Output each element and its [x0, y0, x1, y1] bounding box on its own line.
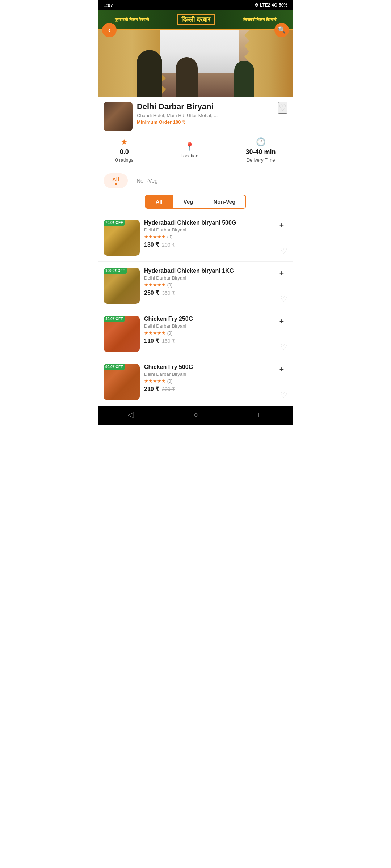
category-filter: All Veg Non-Veg [98, 192, 293, 214]
add-item-button[interactable]: + [276, 316, 287, 327]
sign-text-1: मुरादाबादी चिकन बिरयानी [115, 17, 148, 22]
battery-indicator: 50% [279, 3, 287, 8]
location-stat: 📍 Location [181, 142, 198, 158]
item-image-wrap: 70.0₹ OFF [104, 220, 140, 256]
item-stars: ★★★★★ (0) [144, 234, 272, 239]
item-details: Hyderabadi Chicken biryani 500G Delhi Da… [144, 220, 272, 248]
nav-recents-icon[interactable]: □ [258, 410, 263, 420]
item-details: Chicken Fry 500G Delhi Darbar Biryani ★★… [144, 364, 272, 392]
status-time: 1:07 [104, 3, 113, 8]
price-current: 250 ₹ [144, 289, 159, 296]
stats-row: ★ 0.0 0 ratings 📍 Location 🕐 30-40 min D… [98, 131, 293, 168]
item-actions: + ♡ [276, 220, 287, 256]
filter-tabs: All Non-Veg [98, 168, 293, 192]
person-silhouette-1 [137, 50, 162, 97]
wishlist-button[interactable]: ♡ [280, 342, 287, 352]
back-button[interactable]: ‹ [102, 23, 117, 37]
restaurant-info-section: Delhi Darbar Biryani Chandi Hotel, Main … [98, 97, 293, 131]
item-actions: + ♡ [276, 268, 287, 304]
wishlist-button[interactable]: ♡ [280, 391, 287, 400]
cat-all-button[interactable]: All [145, 195, 173, 209]
price-original: 200 ₹ [162, 242, 175, 248]
stat-divider-2 [222, 143, 222, 157]
nav-home-icon[interactable]: ○ [194, 410, 198, 420]
item-stars: ★★★★★ (0) [144, 282, 272, 288]
settings-icon: ⚙ [255, 3, 258, 8]
menu-item: 70.0₹ OFF Hyderabadi Chicken biryani 500… [98, 214, 293, 262]
discount-badge: 40.0₹ OFF [104, 316, 125, 322]
clock-icon: 🕐 [256, 137, 266, 147]
restaurant-address: Chandi Hotel, Main Rd, Uttar Mohal, ... [137, 113, 287, 118]
item-restaurant: Delhi Darbar Biryani [144, 227, 272, 233]
person-silhouette-2 [176, 57, 198, 97]
item-price: 210 ₹ 300 ₹ [144, 386, 272, 392]
item-price: 130 ₹ 200 ₹ [144, 241, 272, 248]
item-reviews: (0) [167, 234, 173, 239]
discount-badge: 90.0₹ OFF [104, 364, 125, 370]
item-name: Chicken Fry 500G [144, 364, 272, 370]
item-price: 110 ₹ 150 ₹ [144, 337, 272, 344]
item-reviews: (0) [167, 282, 173, 288]
wishlist-button[interactable]: ♡ [280, 294, 287, 304]
restaurant-thumbnail [104, 102, 133, 131]
item-image-wrap: 40.0₹ OFF [104, 316, 140, 352]
item-details: Chicken Fry 250G Delhi Darbar Biryani ★★… [144, 316, 272, 344]
item-reviews: (0) [167, 379, 173, 384]
item-name: Hyderabadi Chicken biryani 500G [144, 220, 272, 226]
item-name: Chicken Fry 250G [144, 316, 272, 322]
discount-badge: 100.0₹ OFF [104, 268, 127, 274]
location-icon: 📍 [185, 142, 194, 152]
restaurant-sign-banner: मुरादाबादी चिकन बिरयानी दिल्ली दरबार हैद… [98, 10, 293, 30]
stat-divider-1 [157, 143, 157, 157]
delivery-time-stat: 🕐 30-40 min Delivery Time [246, 137, 276, 163]
add-item-button[interactable]: + [276, 268, 287, 279]
hero-image: मुरादाबादी चिकन बिरयानी दिल्ली दरबार हैद… [98, 10, 293, 97]
location-label: Location [181, 153, 198, 158]
item-restaurant: Delhi Darbar Biryani [144, 275, 272, 281]
cat-veg-button[interactable]: Veg [173, 195, 203, 209]
item-stars: ★★★★★ (0) [144, 330, 272, 336]
hero-scene [98, 30, 293, 97]
tab-all[interactable]: All [104, 173, 128, 188]
search-button[interactable]: 🔍 [274, 23, 289, 37]
price-original: 300 ₹ [162, 386, 175, 392]
item-restaurant: Delhi Darbar Biryani [144, 371, 272, 377]
add-item-button[interactable]: + [276, 364, 287, 375]
delivery-time-label: Delivery Time [247, 157, 275, 163]
wishlist-button[interactable]: ♡ [280, 246, 287, 256]
sign-hindi-text: दिल्ली दरबार [177, 14, 215, 25]
item-restaurant: Delhi Darbar Biryani [144, 323, 272, 329]
add-item-button[interactable]: + [276, 220, 287, 231]
menu-item: 100.0₹ OFF Hyderabadi Chicken biryani 1K… [98, 262, 293, 310]
restaurant-name: Delhi Darbar Biryani [137, 102, 287, 111]
price-current: 130 ₹ [144, 241, 159, 248]
delivery-time-value: 30-40 min [246, 148, 276, 156]
item-image-wrap: 100.0₹ OFF [104, 268, 140, 304]
rating-value: 0.0 [120, 148, 129, 156]
status-bar: 1:07 ⚙ LTE2 4G 50% [98, 0, 293, 10]
item-reviews: (0) [167, 331, 173, 336]
star-icon: ★ [121, 137, 128, 147]
bottom-navigation: ◁ ○ □ [98, 406, 293, 425]
menu-item: 90.0₹ OFF Chicken Fry 500G Delhi Darbar … [98, 358, 293, 406]
restaurant-details: Delhi Darbar Biryani Chandi Hotel, Main … [137, 102, 287, 125]
item-name: Hyderabadi Chicken biryani 1KG [144, 268, 272, 274]
price-current: 210 ₹ [144, 386, 159, 392]
menu-item: 40.0₹ OFF Chicken Fry 250G Delhi Darbar … [98, 310, 293, 358]
nav-back-icon[interactable]: ◁ [128, 410, 134, 420]
item-stars: ★★★★★ (0) [144, 378, 272, 384]
price-original: 150 ₹ [162, 338, 175, 344]
tab-nonveg[interactable]: Non-Veg [128, 173, 166, 188]
favorite-button[interactable]: ♡ [278, 102, 287, 114]
minimum-order: Minimum Order 100 ₹ [137, 119, 287, 125]
item-price: 250 ₹ 350 ₹ [144, 289, 272, 296]
cat-nonveg-button[interactable]: Non-Veg [203, 195, 247, 209]
price-current: 110 ₹ [144, 337, 159, 344]
item-actions: + ♡ [276, 364, 287, 400]
sign-text-2: हैदराबादी चिकन बिरयानी [243, 17, 276, 22]
price-original: 350 ₹ [162, 290, 175, 296]
menu-list: 70.0₹ OFF Hyderabadi Chicken biryani 500… [98, 214, 293, 406]
rating-stat: ★ 0.0 0 ratings [115, 137, 133, 163]
ratings-count: 0 ratings [115, 157, 133, 163]
discount-badge: 70.0₹ OFF [104, 220, 125, 226]
